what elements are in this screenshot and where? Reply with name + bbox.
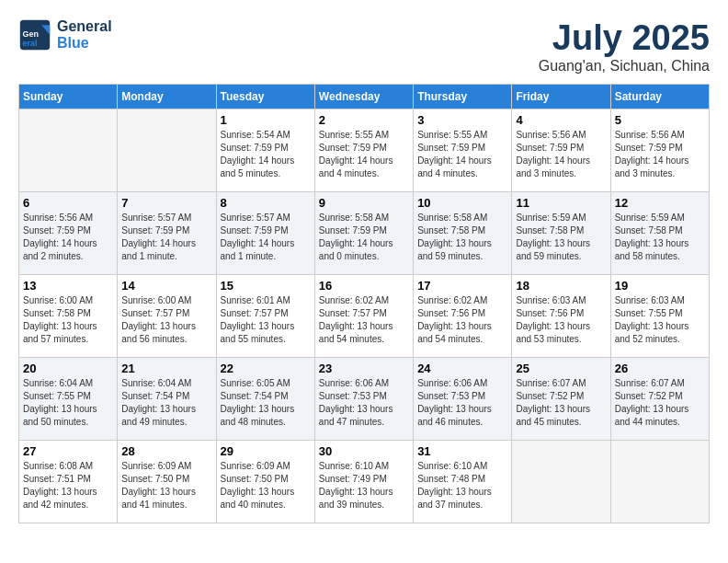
calendar-day-cell: 11Sunrise: 5:59 AM Sunset: 7:58 PM Dayli… — [512, 192, 610, 275]
day-number: 20 — [23, 362, 113, 375]
day-of-week-header: Friday — [512, 85, 610, 109]
day-number: 21 — [121, 362, 211, 375]
calendar-day-cell: 27Sunrise: 6:08 AM Sunset: 7:51 PM Dayli… — [19, 441, 118, 523]
day-info: Sunrise: 6:08 AM Sunset: 7:51 PM Dayligh… — [23, 460, 113, 511]
calendar-week-row: 20Sunrise: 6:04 AM Sunset: 7:55 PM Dayli… — [19, 358, 710, 441]
calendar-day-cell: 5Sunrise: 5:56 AM Sunset: 7:59 PM Daylig… — [610, 109, 709, 192]
calendar-table: SundayMondayTuesdayWednesdayThursdayFrid… — [18, 84, 710, 523]
day-number: 9 — [319, 196, 409, 210]
day-number: 4 — [516, 113, 606, 127]
day-info: Sunrise: 6:02 AM Sunset: 7:56 PM Dayligh… — [417, 294, 507, 346]
calendar-day-cell: 17Sunrise: 6:02 AM Sunset: 7:56 PM Dayli… — [414, 275, 512, 358]
day-number: 1 — [221, 113, 311, 127]
calendar-day-cell: 31Sunrise: 6:10 AM Sunset: 7:48 PM Dayli… — [414, 441, 512, 523]
calendar-day-cell: 22Sunrise: 6:05 AM Sunset: 7:54 PM Dayli… — [216, 358, 314, 441]
calendar-day-cell: 8Sunrise: 5:57 AM Sunset: 7:59 PM Daylig… — [216, 192, 314, 275]
calendar-week-row: 13Sunrise: 6:00 AM Sunset: 7:58 PM Dayli… — [19, 275, 710, 358]
calendar-day-cell: 7Sunrise: 5:57 AM Sunset: 7:59 PM Daylig… — [118, 192, 216, 275]
calendar-day-cell: 13Sunrise: 6:00 AM Sunset: 7:58 PM Dayli… — [19, 275, 118, 358]
calendar-day-cell — [19, 109, 118, 192]
day-info: Sunrise: 6:01 AM Sunset: 7:57 PM Dayligh… — [221, 294, 311, 346]
day-info: Sunrise: 5:58 AM Sunset: 7:59 PM Dayligh… — [319, 212, 409, 263]
calendar-day-cell — [118, 109, 216, 192]
calendar-day-cell: 12Sunrise: 5:59 AM Sunset: 7:58 PM Dayli… — [610, 192, 709, 275]
page-header: Gen eral General Blue July 2025 Guang'an… — [18, 18, 710, 75]
day-number: 28 — [121, 444, 211, 458]
calendar-day-cell: 20Sunrise: 6:04 AM Sunset: 7:55 PM Dayli… — [19, 358, 118, 441]
calendar-day-cell: 15Sunrise: 6:01 AM Sunset: 7:57 PM Dayli… — [216, 275, 314, 358]
day-number: 22 — [221, 362, 311, 375]
day-info: Sunrise: 6:00 AM Sunset: 7:57 PM Dayligh… — [121, 294, 211, 346]
day-of-week-header: Monday — [118, 85, 216, 109]
calendar-day-cell — [610, 441, 709, 523]
day-of-week-header: Wednesday — [314, 85, 413, 109]
calendar-day-cell: 25Sunrise: 6:07 AM Sunset: 7:52 PM Dayli… — [512, 358, 610, 441]
day-number: 10 — [417, 196, 507, 210]
calendar-day-cell: 6Sunrise: 5:56 AM Sunset: 7:59 PM Daylig… — [19, 192, 118, 275]
day-info: Sunrise: 5:59 AM Sunset: 7:58 PM Dayligh… — [516, 212, 606, 263]
day-info: Sunrise: 5:55 AM Sunset: 7:59 PM Dayligh… — [417, 129, 507, 180]
day-number: 18 — [516, 279, 606, 293]
day-info: Sunrise: 5:56 AM Sunset: 7:59 PM Dayligh… — [615, 129, 705, 180]
day-info: Sunrise: 6:07 AM Sunset: 7:52 PM Dayligh… — [516, 377, 606, 429]
calendar-week-row: 27Sunrise: 6:08 AM Sunset: 7:51 PM Dayli… — [19, 441, 710, 523]
day-info: Sunrise: 6:06 AM Sunset: 7:53 PM Dayligh… — [417, 377, 507, 429]
day-info: Sunrise: 6:09 AM Sunset: 7:50 PM Dayligh… — [221, 460, 311, 511]
day-number: 14 — [121, 279, 211, 293]
day-of-week-header: Saturday — [610, 85, 709, 109]
calendar-day-cell: 2Sunrise: 5:55 AM Sunset: 7:59 PM Daylig… — [314, 109, 413, 192]
day-number: 3 — [417, 113, 507, 127]
day-info: Sunrise: 5:57 AM Sunset: 7:59 PM Dayligh… — [121, 212, 211, 263]
calendar-day-cell: 3Sunrise: 5:55 AM Sunset: 7:59 PM Daylig… — [414, 109, 512, 192]
svg-text:eral: eral — [23, 39, 38, 48]
calendar-day-cell: 4Sunrise: 5:56 AM Sunset: 7:59 PM Daylig… — [512, 109, 610, 192]
calendar-day-cell: 9Sunrise: 5:58 AM Sunset: 7:59 PM Daylig… — [314, 192, 413, 275]
calendar-day-cell: 24Sunrise: 6:06 AM Sunset: 7:53 PM Dayli… — [414, 358, 512, 441]
day-info: Sunrise: 6:00 AM Sunset: 7:58 PM Dayligh… — [23, 294, 113, 346]
logo-icon: Gen eral — [18, 18, 51, 52]
day-info: Sunrise: 6:07 AM Sunset: 7:52 PM Dayligh… — [615, 377, 705, 429]
day-number: 17 — [417, 279, 507, 293]
day-info: Sunrise: 6:10 AM Sunset: 7:48 PM Dayligh… — [417, 460, 507, 511]
day-number: 6 — [23, 196, 113, 210]
calendar-day-cell: 26Sunrise: 6:07 AM Sunset: 7:52 PM Dayli… — [610, 358, 709, 441]
calendar-day-cell: 29Sunrise: 6:09 AM Sunset: 7:50 PM Dayli… — [216, 441, 314, 523]
day-info: Sunrise: 6:04 AM Sunset: 7:54 PM Dayligh… — [121, 377, 211, 429]
day-number: 7 — [121, 196, 211, 210]
calendar-day-cell: 1Sunrise: 5:54 AM Sunset: 7:59 PM Daylig… — [216, 109, 314, 192]
month-title: July 2025 — [539, 18, 710, 58]
calendar-day-cell: 10Sunrise: 5:58 AM Sunset: 7:58 PM Dayli… — [414, 192, 512, 275]
day-of-week-header: Sunday — [19, 85, 118, 109]
day-number: 27 — [23, 444, 113, 458]
calendar-day-cell: 28Sunrise: 6:09 AM Sunset: 7:50 PM Dayli… — [118, 441, 216, 523]
day-number: 13 — [23, 279, 113, 293]
title-block: July 2025 Guang'an, Sichuan, China — [539, 18, 710, 75]
day-number: 30 — [319, 444, 409, 458]
day-info: Sunrise: 5:54 AM Sunset: 7:59 PM Dayligh… — [221, 129, 311, 180]
svg-text:Gen: Gen — [23, 29, 40, 39]
logo-text: General Blue — [57, 18, 112, 52]
day-info: Sunrise: 6:03 AM Sunset: 7:55 PM Dayligh… — [615, 294, 705, 346]
day-info: Sunrise: 6:02 AM Sunset: 7:57 PM Dayligh… — [319, 294, 409, 346]
day-of-week-header: Tuesday — [216, 85, 314, 109]
calendar-day-cell: 19Sunrise: 6:03 AM Sunset: 7:55 PM Dayli… — [610, 275, 709, 358]
day-info: Sunrise: 6:05 AM Sunset: 7:54 PM Dayligh… — [221, 377, 311, 429]
logo: Gen eral General Blue — [18, 18, 112, 52]
day-number: 23 — [319, 362, 409, 375]
calendar-day-cell: 14Sunrise: 6:00 AM Sunset: 7:57 PM Dayli… — [118, 275, 216, 358]
day-number: 16 — [319, 279, 409, 293]
day-info: Sunrise: 6:09 AM Sunset: 7:50 PM Dayligh… — [121, 460, 211, 511]
day-number: 31 — [417, 444, 507, 458]
location: Guang'an, Sichuan, China — [539, 58, 710, 75]
calendar-day-cell: 18Sunrise: 6:03 AM Sunset: 7:56 PM Dayli… — [512, 275, 610, 358]
calendar-week-row: 6Sunrise: 5:56 AM Sunset: 7:59 PM Daylig… — [19, 192, 710, 275]
day-info: Sunrise: 5:56 AM Sunset: 7:59 PM Dayligh… — [23, 212, 113, 263]
day-info: Sunrise: 6:03 AM Sunset: 7:56 PM Dayligh… — [516, 294, 606, 346]
day-info: Sunrise: 5:55 AM Sunset: 7:59 PM Dayligh… — [319, 129, 409, 180]
day-number: 29 — [221, 444, 311, 458]
day-number: 11 — [516, 196, 606, 210]
day-number: 8 — [221, 196, 311, 210]
day-info: Sunrise: 5:59 AM Sunset: 7:58 PM Dayligh… — [615, 212, 705, 263]
day-info: Sunrise: 5:57 AM Sunset: 7:59 PM Dayligh… — [221, 212, 311, 263]
day-number: 26 — [615, 362, 705, 375]
